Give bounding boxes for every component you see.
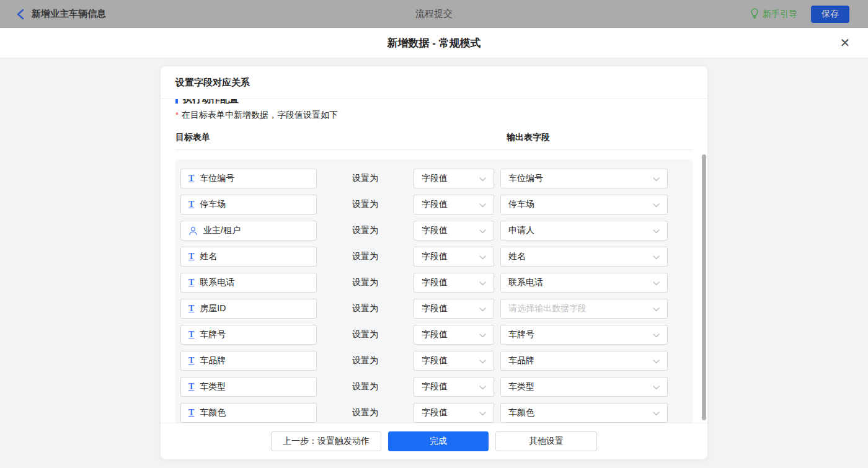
text-field-icon: T: [188, 356, 194, 365]
target-field-input[interactable]: T 车牌号: [180, 325, 317, 345]
output-field-text: 车类型: [508, 381, 534, 392]
target-field-input[interactable]: T 车类型: [180, 377, 317, 397]
value-type-text: 字段值: [422, 225, 448, 236]
set-as-label: 设置为: [317, 381, 414, 392]
column-header-target: 目标表单: [175, 132, 507, 143]
target-field-label: 车颜色: [200, 407, 226, 418]
chevron-down-icon: [479, 225, 486, 236]
done-button[interactable]: 完成: [388, 431, 489, 451]
output-field-text: 联系电话: [508, 277, 543, 288]
chevron-down-icon: [479, 251, 486, 262]
chevron-down-icon: [653, 173, 660, 184]
target-field-input[interactable]: T 房屋ID: [180, 299, 317, 319]
output-field-select[interactable]: 车颜色: [500, 403, 668, 423]
chevron-left-icon: [16, 9, 24, 20]
field-mapping-row: T 业主/租户 设置为 字段值 申请人: [180, 221, 688, 241]
set-as-label: 设置为: [317, 199, 414, 210]
target-field-input[interactable]: T 车品牌: [180, 351, 317, 371]
section-marker: [175, 99, 178, 104]
modal-title: 新增数据 - 常规模式: [387, 36, 480, 50]
text-field-icon: T: [188, 252, 194, 261]
target-field-input[interactable]: T 姓名: [180, 247, 317, 267]
output-field-text: 车品牌: [508, 355, 534, 366]
value-type-text: 字段值: [422, 407, 448, 418]
target-field-label: 车品牌: [200, 355, 226, 366]
close-icon[interactable]: ✕: [838, 36, 852, 50]
target-field-input[interactable]: T 业主/租户: [180, 221, 317, 241]
value-type-select[interactable]: 字段值: [414, 221, 494, 241]
target-field-label: 车牌号: [200, 329, 226, 340]
chevron-down-icon: [653, 355, 660, 366]
chevron-down-icon: [653, 199, 660, 210]
value-type-text: 字段值: [422, 303, 448, 314]
chevron-down-icon: [479, 277, 486, 288]
target-field-input[interactable]: T 车位编号: [180, 169, 317, 188]
chevron-down-icon: [653, 381, 660, 392]
output-field-text: 请选择输出数据字段: [508, 303, 587, 314]
value-type-select[interactable]: 字段值: [414, 273, 494, 293]
value-type-text: 字段值: [422, 199, 448, 210]
value-type-select[interactable]: 字段值: [414, 325, 494, 345]
value-type-select[interactable]: 字段值: [414, 403, 494, 423]
set-as-label: 设置为: [317, 277, 414, 288]
output-field-select[interactable]: 车类型: [500, 377, 668, 397]
workflow-title: 新增业主车辆信息: [32, 8, 106, 20]
other-settings-button[interactable]: 其他设置: [495, 431, 597, 451]
set-as-label: 设置为: [317, 407, 414, 418]
value-type-text: 字段值: [422, 173, 448, 184]
output-field-select[interactable]: 车品牌: [500, 351, 668, 371]
value-type-select[interactable]: 字段值: [414, 247, 494, 267]
output-field-text: 车牌号: [508, 329, 534, 340]
chevron-down-icon: [653, 225, 660, 236]
value-type-select[interactable]: 字段值: [414, 351, 494, 371]
vertical-scrollbar[interactable]: [702, 154, 706, 420]
guide-button[interactable]: 新手引导: [750, 8, 797, 20]
back-button[interactable]: [16, 9, 24, 20]
instruction-text: 在目标表单中新增数据，字段值设置如下: [182, 110, 338, 121]
output-field-select[interactable]: 请选择输出数据字段: [500, 299, 668, 319]
set-as-label: 设置为: [317, 251, 414, 262]
save-button[interactable]: 保存: [811, 6, 849, 23]
chevron-down-icon: [479, 173, 486, 184]
lightbulb-icon: [750, 8, 759, 20]
output-field-select[interactable]: 姓名: [500, 247, 668, 267]
topbar-center-title: 流程提交: [260, 8, 608, 20]
chevron-down-icon: [479, 381, 486, 392]
target-field-input[interactable]: T 停车场: [180, 195, 317, 214]
target-field-label: 联系电话: [200, 277, 234, 288]
field-mapping-row: T 车品牌 设置为 字段值 车品牌: [180, 351, 688, 371]
value-type-text: 字段值: [422, 329, 448, 340]
value-type-select[interactable]: 字段值: [414, 377, 494, 397]
output-field-text: 姓名: [508, 251, 526, 262]
target-field-label: 姓名: [200, 251, 217, 262]
field-mapping-row: T 车类型 设置为 字段值 车类型: [180, 377, 688, 397]
column-headers: 目标表单 输出表字段: [175, 132, 693, 150]
value-type-text: 字段值: [422, 277, 448, 288]
output-field-text: 车位编号: [508, 173, 543, 184]
output-field-select[interactable]: 车牌号: [500, 325, 668, 345]
output-field-select[interactable]: 申请人: [500, 221, 668, 241]
chevron-down-icon: [479, 355, 486, 366]
text-field-icon: T: [188, 382, 194, 391]
prev-step-button[interactable]: 上一步：设置触发动作: [271, 431, 381, 451]
value-type-text: 字段值: [422, 355, 448, 366]
set-as-label: 设置为: [317, 225, 414, 236]
field-mapping-row: T 联系电话 设置为 字段值 联系电话: [180, 273, 688, 293]
text-field-icon: T: [188, 278, 194, 287]
target-field-input[interactable]: T 联系电话: [180, 273, 317, 293]
text-field-icon: T: [188, 408, 194, 417]
target-field-label: 停车场: [200, 199, 226, 210]
output-field-select[interactable]: 联系电话: [500, 273, 668, 293]
value-type-select[interactable]: 字段值: [414, 299, 494, 319]
add-data-modal: 新增数据 - 常规模式 ✕ 设置字段对应关系 执行动作配置 * 在目标表单中新增…: [0, 28, 868, 468]
chevron-down-icon: [653, 251, 660, 262]
output-field-select[interactable]: 停车场: [500, 195, 668, 214]
target-field-input[interactable]: T 车颜色: [180, 403, 317, 423]
value-type-select[interactable]: 字段值: [414, 169, 494, 188]
target-field-label: 车位编号: [200, 173, 234, 184]
card-footer: 上一步：设置触发动作 完成 其他设置: [161, 423, 707, 459]
guide-label: 新手引导: [763, 9, 797, 20]
output-field-select[interactable]: 车位编号: [500, 169, 668, 188]
value-type-select[interactable]: 字段值: [414, 195, 494, 214]
value-type-text: 字段值: [422, 251, 448, 262]
